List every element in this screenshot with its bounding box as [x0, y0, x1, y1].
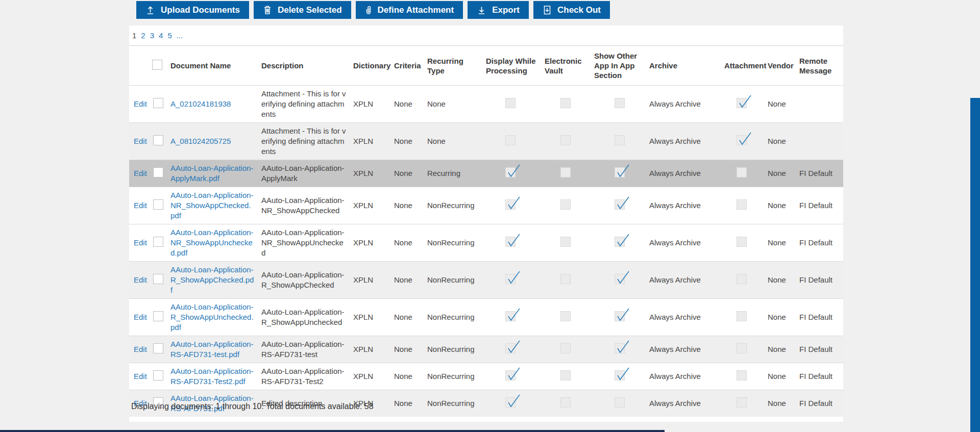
- attachment-checkbox: [737, 237, 747, 247]
- row-select-checkbox[interactable]: [153, 343, 163, 353]
- remote-message-cell: FI Default: [797, 336, 843, 363]
- show-other-app-checkbox: [615, 167, 625, 177]
- edit-link[interactable]: Edit: [134, 372, 147, 380]
- edit-link[interactable]: Edit: [134, 238, 147, 247]
- check-icon: [616, 270, 631, 288]
- criteria-cell: None: [392, 224, 425, 262]
- pagination-page-4[interactable]: 4: [159, 31, 163, 40]
- pagination-page-3[interactable]: 3: [150, 31, 154, 40]
- display-while-processing-checkbox: [505, 397, 516, 408]
- table-row: Edit AAuto-Loan-Application-NR_ShowAppCh…: [129, 187, 843, 224]
- paperclip-icon: [365, 5, 372, 15]
- dictionary-cell: XPLN: [351, 123, 392, 160]
- criteria-cell: None: [392, 160, 425, 187]
- document-name-link[interactable]: A_021024181938: [170, 99, 231, 108]
- define-attachment-button[interactable]: Define Attachment: [356, 1, 463, 19]
- vertical-scrollbar[interactable]: [970, 98, 980, 432]
- remote-message-cell: FI Default: [797, 224, 843, 262]
- row-select-checkbox[interactable]: [153, 199, 163, 210]
- archive-cell: Always Archive: [647, 336, 722, 363]
- document-name-link[interactable]: AAuto-Loan-Application-R_ShowAppChecked.…: [170, 265, 254, 294]
- criteria-cell: None: [392, 363, 425, 390]
- check-out-label: Check Out: [557, 5, 601, 15]
- document-name-link[interactable]: AAuto-Loan-Application-RS-AFD731-Test2.p…: [170, 367, 254, 386]
- vendor-cell: None: [766, 86, 797, 123]
- table-row: Edit AAuto-Loan-Application-RS-AFD731-Te…: [129, 363, 843, 390]
- table-row: Edit AAuto-Loan-Application-ApplyMark.pd…: [129, 160, 843, 187]
- remote-message-cell: FI Default: [797, 390, 843, 417]
- check-out-button[interactable]: Check Out: [533, 1, 610, 19]
- document-name-link[interactable]: AAuto-Loan-Application-ApplyMark.pdf: [170, 164, 254, 183]
- dictionary-cell: XPLN: [351, 224, 392, 262]
- edit-link[interactable]: Edit: [134, 275, 147, 284]
- column-header-dictionary: Dictionary: [351, 46, 392, 86]
- recurring-type-cell: NonRecurring: [425, 262, 484, 299]
- edit-link[interactable]: Edit: [134, 201, 147, 210]
- pagination-more[interactable]: ...: [177, 31, 183, 40]
- row-select-checkbox[interactable]: [153, 311, 163, 321]
- pagination-page-5[interactable]: 5: [167, 31, 172, 40]
- upload-documents-button[interactable]: Upload Documents: [136, 1, 249, 19]
- vendor-cell: None: [766, 123, 797, 160]
- row-select-checkbox[interactable]: [153, 98, 163, 108]
- archive-cell: Always Archive: [647, 390, 722, 417]
- archive-cell: Always Archive: [647, 187, 722, 224]
- archive-cell: Always Archive: [647, 123, 722, 160]
- attachment-checkbox: [737, 199, 747, 210]
- vendor-cell: None: [766, 363, 797, 390]
- row-select-checkbox[interactable]: [153, 370, 163, 380]
- document-name-link[interactable]: AAuto-Loan-Application-RS-AFD731-test.pd…: [170, 340, 254, 359]
- documents-summary: Displaying documents: 1 through 10. Tota…: [131, 402, 374, 411]
- edit-link[interactable]: Edit: [134, 137, 147, 145]
- dictionary-cell: XPLN: [351, 262, 392, 299]
- column-header-display-while-processing: Display While Processing: [484, 46, 543, 86]
- criteria-cell: None: [392, 336, 425, 363]
- attachment-checkbox: [737, 274, 747, 284]
- criteria-cell: None: [392, 262, 425, 299]
- display-while-processing-checkbox: [505, 98, 516, 108]
- remote-message-cell: [797, 86, 843, 123]
- archive-cell: Always Archive: [647, 160, 722, 187]
- edit-link[interactable]: Edit: [134, 345, 147, 353]
- export-button[interactable]: Export: [468, 1, 529, 19]
- pagination-page-2[interactable]: 2: [141, 31, 145, 40]
- recurring-type-cell: None: [425, 86, 484, 123]
- remote-message-cell: [797, 123, 843, 160]
- document-name-link[interactable]: AAuto-Loan-Application-NR_ShowAppUncheck…: [170, 228, 254, 257]
- description-cell: AAuto-Loan-Application-R_ShowAppChecked: [259, 262, 351, 299]
- vendor-cell: None: [766, 390, 797, 417]
- column-header-criteria: Criteria: [392, 46, 425, 86]
- remote-message-cell: FI Default: [797, 262, 843, 299]
- show-other-app-checkbox: [615, 343, 625, 353]
- attachment-checkbox: [737, 397, 747, 408]
- display-while-processing-checkbox: [505, 167, 516, 177]
- show-other-app-checkbox: [615, 237, 625, 247]
- row-select-checkbox[interactable]: [153, 135, 163, 145]
- edit-link[interactable]: Edit: [134, 169, 147, 177]
- document-name-link[interactable]: AAuto-Loan-Application-NR_ShowAppChecked…: [170, 191, 254, 220]
- documents-panel: 1 2 3 4 5 ... Document Name Description …: [129, 26, 843, 422]
- description-cell: AAuto-Loan-Application-ApplyMark: [259, 160, 351, 187]
- trash-icon: [263, 5, 272, 15]
- delete-selected-button[interactable]: Delete Selected: [254, 1, 351, 19]
- edit-link[interactable]: Edit: [134, 99, 147, 108]
- select-all-checkbox[interactable]: [152, 60, 162, 70]
- display-while-processing-checkbox: [505, 199, 516, 210]
- recurring-type-cell: NonRecurring: [425, 336, 484, 363]
- row-select-checkbox[interactable]: [153, 167, 163, 177]
- show-other-app-checkbox: [615, 274, 625, 284]
- row-select-checkbox[interactable]: [153, 274, 163, 284]
- pagination-page-current: 1: [132, 31, 136, 40]
- edit-link[interactable]: Edit: [134, 313, 147, 321]
- criteria-cell: None: [392, 390, 425, 417]
- checkout-document-icon: [543, 5, 552, 15]
- download-icon: [477, 5, 486, 15]
- remote-message-cell: FI Default: [797, 363, 843, 390]
- recurring-type-cell: NonRecurring: [425, 390, 484, 417]
- document-name-link[interactable]: AAuto-Loan-Application-R_ShowAppUnchecke…: [170, 302, 254, 332]
- row-select-checkbox[interactable]: [153, 237, 163, 247]
- documents-table: Document Name Description Dictionary Cri…: [129, 46, 843, 417]
- document-name-link[interactable]: A_081024205725: [170, 137, 231, 145]
- vendor-cell: None: [766, 224, 797, 262]
- electronic-vault-checkbox: [560, 370, 571, 380]
